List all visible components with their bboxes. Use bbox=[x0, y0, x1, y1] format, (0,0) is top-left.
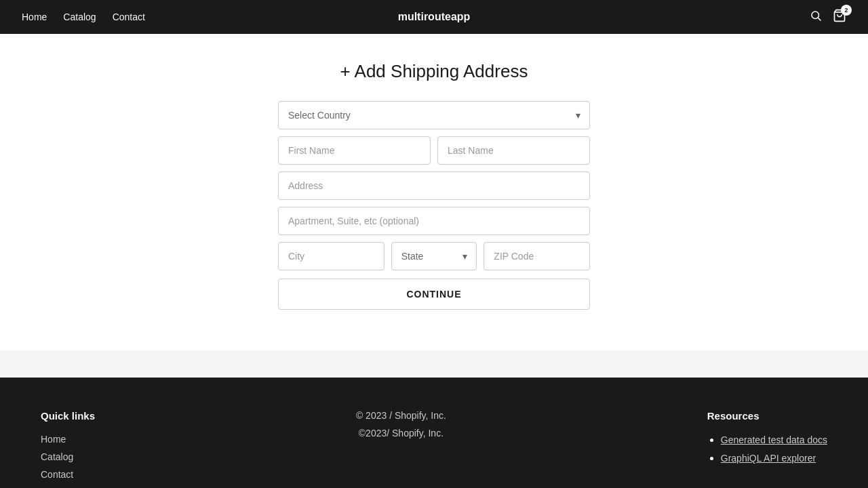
svg-line-1 bbox=[818, 18, 821, 20]
navbar: Home Catalog Contact multirouteapp 2 bbox=[0, 0, 868, 34]
shipping-form: Select Country United States United King… bbox=[278, 101, 590, 310]
page-title: + Add Shipping Address bbox=[340, 61, 528, 82]
graphiql-link[interactable]: GraphiQL API explorer bbox=[721, 453, 827, 464]
quick-links-title: Quick links bbox=[41, 410, 95, 422]
footer-copyright: © 2023 / Shopify, Inc. ©2023/ Shopify, I… bbox=[356, 410, 446, 487]
country-select[interactable]: Select Country United States United King… bbox=[278, 101, 590, 129]
resources-item: GraphiQL API explorer bbox=[721, 452, 827, 464]
country-select-wrapper: Select Country United States United King… bbox=[278, 101, 590, 129]
footer: Quick links Home Catalog Contact © 2023 … bbox=[0, 378, 868, 488]
footer-catalog-link[interactable]: Catalog bbox=[41, 451, 95, 462]
svg-point-0 bbox=[812, 12, 819, 19]
apt-input[interactable] bbox=[278, 207, 590, 235]
separator bbox=[0, 350, 868, 378]
resources-list: Generated test data docs GraphiQL API ex… bbox=[707, 434, 827, 464]
first-name-input[interactable] bbox=[278, 136, 431, 165]
nav-links: Home Catalog Contact bbox=[22, 12, 145, 22]
nav-home[interactable]: Home bbox=[22, 12, 47, 22]
nav-contact[interactable]: Contact bbox=[113, 12, 145, 22]
last-name-input[interactable] bbox=[437, 136, 590, 165]
cart-icon[interactable]: 2 bbox=[833, 9, 846, 26]
city-input[interactable] bbox=[278, 242, 384, 270]
copyright-line2: ©2023/ Shopify, Inc. bbox=[356, 428, 446, 439]
main-content: + Add Shipping Address Select Country Un… bbox=[0, 34, 868, 350]
nav-icons: 2 bbox=[810, 9, 846, 26]
resources-item: Generated test data docs bbox=[721, 434, 827, 445]
state-select[interactable]: State California New York Texas bbox=[391, 242, 477, 270]
continue-button[interactable]: CONTINUE bbox=[278, 279, 590, 310]
test-data-docs-link[interactable]: Generated test data docs bbox=[721, 434, 827, 445]
city-state-zip-row: State California New York Texas bbox=[278, 242, 590, 270]
state-select-wrapper: State California New York Texas bbox=[391, 242, 477, 270]
address-input[interactable] bbox=[278, 171, 590, 200]
name-row bbox=[278, 136, 590, 165]
search-icon[interactable] bbox=[810, 9, 822, 25]
nav-catalog[interactable]: Catalog bbox=[63, 12, 96, 22]
footer-contact-link[interactable]: Contact bbox=[41, 469, 95, 480]
zip-input[interactable] bbox=[484, 242, 590, 270]
footer-quick-links: Quick links Home Catalog Contact bbox=[41, 410, 95, 487]
copyright-line1: © 2023 / Shopify, Inc. bbox=[356, 410, 446, 421]
resources-title: Resources bbox=[707, 410, 827, 422]
cart-badge: 2 bbox=[841, 5, 852, 16]
footer-resources: Resources Generated test data docs Graph… bbox=[707, 410, 827, 487]
brand-name: multirouteapp bbox=[398, 11, 471, 23]
footer-top: Quick links Home Catalog Contact © 2023 … bbox=[41, 410, 827, 487]
footer-home-link[interactable]: Home bbox=[41, 434, 95, 445]
